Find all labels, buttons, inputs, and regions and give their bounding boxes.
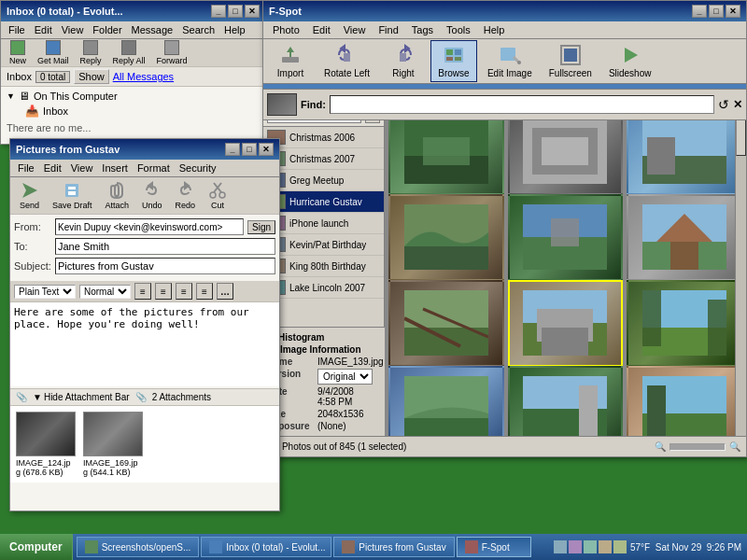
cut-label: Cut bbox=[211, 201, 224, 210]
start-button[interactable]: Computer bbox=[0, 534, 73, 560]
import-icon bbox=[279, 44, 302, 66]
email-maximize-btn[interactable]: □ bbox=[242, 143, 257, 156]
evol-menu-folder[interactable]: Folder bbox=[89, 22, 125, 37]
email-send-btn[interactable]: Send bbox=[14, 178, 45, 213]
evol-new-btn[interactable]: New bbox=[5, 38, 31, 67]
scrollbar-thumb-main[interactable] bbox=[736, 119, 746, 156]
fullscreen-btn[interactable]: Fullscreen bbox=[543, 40, 599, 82]
version-select[interactable]: Original bbox=[317, 369, 373, 385]
find-close-btn[interactable]: ✕ bbox=[733, 98, 742, 111]
fspot-menu-photo[interactable]: Photo bbox=[267, 22, 305, 37]
format-align2-btn[interactable]: ≡ bbox=[155, 283, 172, 300]
svg-rect-11 bbox=[564, 49, 577, 62]
album-greg-meetup[interactable]: Greg Meetup bbox=[263, 170, 384, 191]
evolution-maximize-btn[interactable]: □ bbox=[228, 5, 243, 18]
to-input[interactable] bbox=[55, 238, 275, 255]
thumb-img-1[interactable] bbox=[16, 412, 76, 456]
browse-btn[interactable]: Browse bbox=[430, 40, 477, 82]
photo-thumb[interactable] bbox=[508, 108, 624, 195]
evol-menu-help[interactable]: Help bbox=[220, 22, 249, 37]
email-close-btn[interactable]: ✕ bbox=[259, 143, 274, 156]
evol-getmail-btn[interactable]: Get Mail bbox=[33, 38, 74, 67]
photo-thumb[interactable] bbox=[508, 194, 624, 281]
album-king-birthday[interactable]: King 80th Birthday bbox=[263, 256, 384, 277]
album-iphone-launch[interactable]: iPhone launch bbox=[263, 213, 384, 234]
fspot-close-btn[interactable]: ✕ bbox=[726, 5, 740, 18]
photo-thumb[interactable] bbox=[627, 280, 742, 367]
taskbar-item-fspot[interactable]: F-Spot bbox=[457, 537, 531, 557]
rotate-left-btn[interactable]: Rotate Left bbox=[317, 40, 376, 82]
email-attach-btn[interactable]: Attach bbox=[100, 178, 135, 213]
evol-reply-btn[interactable]: Reply bbox=[76, 38, 106, 67]
email-minimize-btn[interactable]: _ bbox=[225, 143, 240, 156]
format-extra-btn[interactable]: … bbox=[217, 283, 233, 300]
evolution-minimize-btn[interactable]: _ bbox=[211, 5, 226, 18]
import-btn[interactable]: Import bbox=[267, 40, 314, 82]
find-refresh-icon[interactable]: ↺ bbox=[718, 97, 729, 112]
email-menu-view[interactable]: View bbox=[67, 161, 97, 175]
email-menu-format[interactable]: Format bbox=[134, 161, 174, 175]
fspot-menu-tools[interactable]: Tools bbox=[441, 22, 476, 37]
photo-thumb[interactable] bbox=[627, 194, 742, 281]
email-undo-btn[interactable]: Undo bbox=[136, 178, 168, 213]
album-lake-lincoln[interactable]: Lake Lincoln 2007 bbox=[263, 277, 384, 299]
evol-menu-file[interactable]: File bbox=[5, 22, 29, 37]
rotate-right-btn[interactable]: Right bbox=[380, 40, 427, 82]
taskbar-item-screenshots[interactable]: Screenshots/openS... bbox=[77, 537, 200, 557]
evol-menu-message[interactable]: Message bbox=[128, 22, 177, 37]
email-menu-security[interactable]: Security bbox=[176, 161, 220, 175]
evolution-close-btn[interactable]: ✕ bbox=[245, 5, 260, 18]
photo-thumb[interactable] bbox=[388, 280, 504, 367]
format-align3-btn[interactable]: ≡ bbox=[176, 283, 192, 300]
format-align4-btn[interactable]: ≡ bbox=[196, 283, 213, 300]
main-scrollbar[interactable]: ▲ ▼ bbox=[735, 105, 746, 452]
folder-on-this-computer[interactable]: ▼ 🖥 On This Computer bbox=[7, 89, 260, 104]
photo-thumb[interactable] bbox=[627, 108, 742, 195]
histogram-header[interactable]: ▶ Histogram bbox=[267, 331, 385, 343]
taskbar-item-email[interactable]: Pictures from Gustav bbox=[333, 537, 454, 557]
email-cut-btn[interactable]: Cut bbox=[203, 178, 233, 213]
email-body[interactable]: Here are some of the pictures from our p… bbox=[10, 302, 279, 386]
evol-replyall-btn[interactable]: Reply All bbox=[108, 38, 150, 67]
album-kevin-pat[interactable]: Kevin/Pat Birthday bbox=[263, 234, 384, 256]
fspot-minimize-btn[interactable]: _ bbox=[692, 5, 707, 18]
fspot-menu-edit[interactable]: Edit bbox=[307, 22, 336, 37]
from-input[interactable] bbox=[55, 218, 244, 235]
evol-forward-btn[interactable]: Forward bbox=[152, 38, 192, 67]
album-hurricane-gustav[interactable]: Hurricane Gustav bbox=[263, 191, 384, 213]
email-menu-edit[interactable]: Edit bbox=[40, 161, 65, 175]
thumb-img-2[interactable] bbox=[83, 412, 143, 456]
fspot-menu-find[interactable]: Find bbox=[373, 22, 403, 37]
evol-all-messages-btn[interactable]: All Messages bbox=[113, 71, 174, 82]
fspot-menu-view[interactable]: View bbox=[338, 22, 372, 37]
fspot-menu-tags[interactable]: Tags bbox=[406, 22, 439, 37]
evol-menu-edit[interactable]: Edit bbox=[31, 22, 56, 37]
taskbar-item-inbox[interactable]: Inbox (0 total) - Evolut... bbox=[201, 537, 331, 557]
hide-attachment-btn[interactable]: ▼ Hide Attachment Bar bbox=[33, 392, 130, 402]
zoom-slider[interactable] bbox=[669, 443, 726, 451]
image-info-header[interactable]: ▼ Image Information bbox=[267, 343, 385, 356]
album-christmas-2006[interactable]: Christmas 2006 bbox=[263, 127, 384, 148]
edit-image-btn[interactable]: Edit Image bbox=[481, 40, 539, 82]
evol-show-btn[interactable]: Show bbox=[74, 69, 109, 84]
find-input[interactable] bbox=[330, 95, 714, 114]
style-select[interactable]: Normal bbox=[79, 285, 131, 299]
photo-thumb[interactable] bbox=[508, 280, 624, 367]
evol-menu-view[interactable]: View bbox=[58, 22, 88, 37]
fspot-maximize-btn[interactable]: □ bbox=[709, 5, 724, 18]
email-menu-file[interactable]: File bbox=[14, 161, 38, 175]
sign-btn[interactable]: Sign bbox=[247, 220, 275, 234]
slideshow-btn[interactable]: Slideshow bbox=[602, 40, 658, 82]
photo-thumb[interactable] bbox=[388, 194, 504, 281]
album-christmas-2007[interactable]: Christmas 2007 bbox=[263, 148, 384, 170]
email-savedraft-btn[interactable]: Save Draft bbox=[47, 178, 98, 213]
photo-thumb[interactable] bbox=[388, 108, 504, 195]
format-align1-btn[interactable]: ≡ bbox=[134, 283, 151, 300]
folder-inbox[interactable]: 📥 Inbox bbox=[7, 104, 260, 119]
fspot-menu-help[interactable]: Help bbox=[478, 22, 511, 37]
email-menu-insert[interactable]: Insert bbox=[98, 161, 132, 175]
evol-menu-search[interactable]: Search bbox=[178, 22, 218, 37]
email-redo-btn[interactable]: Redo bbox=[170, 178, 202, 213]
format-select[interactable]: Plain Text bbox=[14, 285, 76, 299]
subject-input[interactable] bbox=[55, 258, 275, 274]
